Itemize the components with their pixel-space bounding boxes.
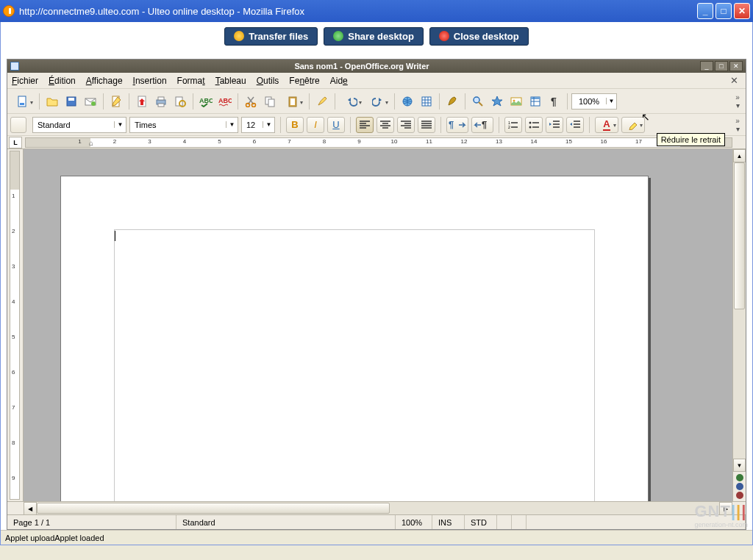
svg-text:¶: ¶ [551,96,557,107]
copy-button[interactable] [261,93,279,110]
menu-insertion[interactable]: Insertion [133,76,167,86]
bullet-list-button[interactable] [525,117,543,133]
horizontal-ruler[interactable]: L ⌂ ⌂ 123456789101112131415161718 [7,136,746,149]
browser-close-button[interactable]: ✕ [734,3,750,19]
browser-minimize-button[interactable]: _ [697,3,713,19]
new-document-button[interactable] [10,93,35,110]
transfer-files-button[interactable]: Transfer files [224,27,318,46]
zoom-dropdown[interactable]: ▼ [606,98,616,104]
underline-button[interactable]: U [327,117,345,133]
print-button[interactable] [152,93,170,110]
align-justify-button[interactable] [418,117,435,133]
document-close-button[interactable]: ✕ [727,75,741,86]
toolbar-overflow[interactable]: »▾ [732,93,743,110]
formatting-toolbar: Standard▼ Times▼ 12▼ B I U ¶ ¶ 12 [7,114,746,136]
scroll-up-button[interactable]: ▲ [733,149,746,162]
status-style[interactable]: Standard [176,515,396,529]
prev-page-button[interactable] [736,474,743,481]
font-size-combo[interactable]: 12▼ [241,117,275,133]
hyperlink-button[interactable] [399,93,416,110]
scroll-right-button[interactable]: ▶ [719,502,732,515]
print-preview-button[interactable] [171,93,189,110]
document-page[interactable] [60,176,649,501]
app-minimize-button[interactable]: _ [700,61,713,71]
paste-button[interactable] [280,93,305,110]
align-center-button[interactable] [376,117,394,133]
scroll-left-button[interactable]: ◀ [24,502,37,515]
nav-select-button[interactable] [736,483,743,490]
vscroll-thumb[interactable] [734,162,745,309]
italic-button[interactable]: I [307,117,324,133]
app-titlebar: Sans nom1 - OpenOffice.org Writer _ □ ✕ [7,60,746,73]
transfer-icon [234,31,244,41]
datasources-button[interactable] [527,93,544,110]
cut-button[interactable] [242,93,260,110]
bold-button[interactable]: B [286,117,304,133]
horizontal-scrollbar[interactable]: ◀ ▶ [7,501,746,514]
save-button[interactable] [63,93,80,110]
status-page[interactable]: Page 1 / 1 [7,515,176,529]
fmt-overflow[interactable]: »▾ [732,117,743,133]
find-button[interactable] [469,93,487,110]
vertical-ruler[interactable]: 123456789 [7,149,24,501]
paragraph-style-combo[interactable]: Standard▼ [32,117,126,133]
menu-affichage[interactable]: Affichage [86,76,123,86]
align-left-button[interactable] [356,117,374,133]
menu-tableau[interactable]: Tableau [215,76,246,86]
menu-format[interactable]: Format [177,76,205,86]
table-button[interactable] [418,93,435,110]
navigator-button[interactable] [488,93,506,110]
menu-fenetre[interactable]: Fenêtre [289,76,319,86]
menu-edition[interactable]: Édition [49,76,76,86]
status-zoom[interactable]: 100% [396,515,432,529]
menu-aide[interactable]: Aide [330,76,348,86]
email-button[interactable] [82,93,99,110]
share-icon [333,31,343,41]
pdf-export-button[interactable] [133,93,151,110]
transfer-label: Transfer files [249,31,308,42]
browser-maximize-button[interactable]: □ [715,3,732,19]
edit-button[interactable] [107,93,125,110]
rtl-button[interactable]: ¶ [471,117,493,133]
svg-rect-10 [158,97,164,100]
number-list-button[interactable]: 12 [504,117,522,133]
browser-titlebar: http://connectme9.ulteo.com - Ulteo onli… [0,0,753,22]
zoom-combo[interactable]: ▼ [571,93,617,110]
menu-outils[interactable]: Outils [257,76,279,86]
menu-fichier[interactable]: Fichier [12,76,38,86]
status-insert[interactable]: INS [432,515,465,529]
styles-button[interactable] [10,117,26,133]
hscroll-thumb[interactable] [37,503,390,514]
zoom-input[interactable] [572,97,606,106]
svg-point-5 [91,101,96,106]
status-selmode[interactable]: STD [465,515,497,529]
draw-button[interactable] [443,93,461,110]
decrease-indent-button[interactable] [546,117,563,133]
undo-button[interactable] [339,93,364,110]
increase-indent-button[interactable] [566,117,584,133]
nonprinting-button[interactable]: ¶ [546,93,563,110]
app-maximize-button[interactable]: □ [715,61,728,71]
font-color-button[interactable]: A [595,117,618,133]
ltr-button[interactable]: ¶ [446,117,468,133]
scroll-down-button[interactable]: ▼ [733,459,746,472]
svg-text:ABC: ABC [218,97,232,104]
status-modified [497,515,512,529]
redo-button[interactable] [365,93,390,110]
font-name-combo[interactable]: Times▼ [129,117,238,133]
align-right-button[interactable] [397,117,415,133]
vertical-scrollbar[interactable]: ▲ ▼ [732,149,746,501]
spellcheck-button[interactable]: ABC [197,93,215,110]
autospell-button[interactable]: ABC [216,93,234,110]
gallery-button[interactable] [507,93,525,110]
share-desktop-button[interactable]: Share desktop [324,27,424,46]
app-close-button[interactable]: ✕ [729,61,743,71]
open-button[interactable] [43,93,61,110]
svg-point-16 [246,103,250,107]
format-paintbrush-button[interactable] [313,93,331,110]
close-desktop-button[interactable]: Close desktop [429,27,529,46]
next-page-button[interactable] [736,492,743,499]
tab-type-button[interactable]: L [9,137,22,148]
document-canvas[interactable] [24,149,732,501]
browser-title: http://connectme9.ulteo.com - Ulteo onli… [19,6,304,17]
